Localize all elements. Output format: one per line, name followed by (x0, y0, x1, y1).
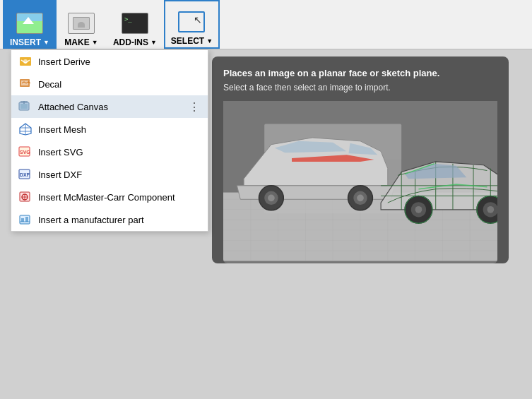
manufacturer-icon (18, 213, 32, 227)
dxf-icon: DXF (18, 167, 32, 181)
svg-point-44 (268, 194, 275, 201)
addins-label: ADD-INS ▼ (113, 37, 157, 47)
menu-item-insert-svg[interactable]: SVG Insert SVG (11, 141, 208, 163)
more-options-dots[interactable]: ⋮ (189, 100, 201, 114)
mcmaster-icon (18, 190, 32, 204)
addins-icon: >_ (121, 11, 149, 36)
svg-point-1 (23, 59, 28, 64)
svg-rect-21 (21, 218, 24, 222)
menu-item-manufacturer-label: Insert a manufacturer part (38, 215, 201, 225)
mesh-icon (18, 122, 32, 136)
menu-item-insert-derive-label: Insert Derive (38, 56, 201, 67)
tooltip-title: Places an image on a planar face or sket… (223, 68, 497, 78)
menu-item-mcmaster[interactable]: Insert McMaster-Carr Component (11, 186, 208, 208)
menu-item-decal-label: Decal (38, 79, 201, 90)
tooltip-image (223, 101, 497, 263)
select-icon: ↖ (177, 9, 206, 35)
make-icon (67, 11, 95, 36)
tooltip-description: Select a face then select an image to im… (223, 83, 497, 93)
insert-dropdown-menu: Insert Derive Decal Attached Canvas ⋮ (11, 49, 208, 232)
menu-item-mcmaster-label: Insert McMaster-Carr Component (38, 192, 201, 203)
menu-item-attached-canvas[interactable]: Attached Canvas ⋮ (11, 95, 208, 118)
make-button[interactable]: MAKE ▼ (57, 0, 106, 49)
menu-item-decal[interactable]: Decal (11, 73, 208, 95)
addins-caret: ▼ (150, 39, 157, 46)
menu-item-manufacturer[interactable]: Insert a manufacturer part (11, 208, 208, 231)
make-caret: ▼ (92, 39, 98, 46)
menu-item-insert-dxf[interactable]: DXF Insert DXF (11, 163, 208, 186)
menu-item-insert-mesh-label: Insert Mesh (38, 124, 201, 135)
svg-point-61 (487, 206, 494, 213)
menu-item-insert-svg-label: Insert SVG (38, 147, 201, 157)
derive-icon (18, 54, 32, 69)
menu-item-insert-derive[interactable]: Insert Derive (11, 50, 208, 73)
svg-point-47 (357, 194, 364, 201)
svg-icon: SVG (18, 145, 32, 159)
tooltip-panel: Places an image on a planar face or sket… (212, 56, 509, 263)
svg-text:SVG: SVG (20, 150, 30, 155)
menu-item-attached-canvas-label: Attached Canvas (38, 102, 183, 112)
svg-text:DXF: DXF (20, 172, 30, 177)
svg-rect-5 (20, 104, 28, 109)
addins-button[interactable]: >_ ADD-INS ▼ (106, 0, 164, 49)
svg-point-58 (415, 206, 422, 213)
select-caret: ▼ (206, 37, 213, 44)
select-button[interactable]: ↖ SELECT ▼ (164, 0, 220, 49)
insert-label: INSERT ▼ (10, 37, 49, 47)
canvas-icon (18, 100, 32, 114)
select-label: SELECT ▼ (171, 36, 213, 46)
toolbar: INSERT ▼ MAKE ▼ >_ ADD-INS ▼ ↖ SELECT ▼ (0, 0, 532, 49)
menu-item-insert-mesh[interactable]: Insert Mesh (11, 118, 208, 141)
insert-caret: ▼ (43, 39, 49, 46)
insert-icon (16, 11, 44, 36)
decal-icon (18, 77, 32, 91)
insert-button[interactable]: INSERT ▼ (3, 0, 57, 49)
menu-item-insert-dxf-label: Insert DXF (38, 169, 201, 180)
svg-rect-22 (25, 217, 28, 222)
cursor-arrow-icon: ↖ (194, 14, 202, 25)
make-label: MAKE ▼ (64, 37, 97, 47)
